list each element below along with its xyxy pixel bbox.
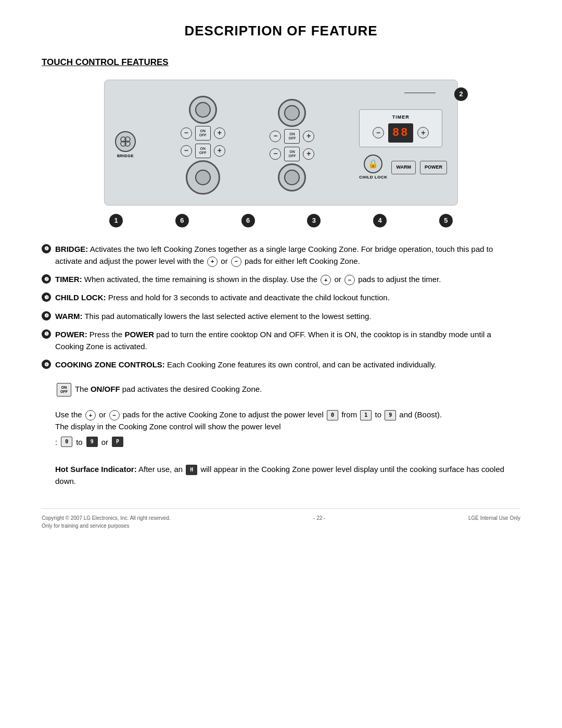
on-label: ON xyxy=(200,129,206,133)
callout-6b: 6 xyxy=(241,214,255,227)
left-bottom-burner-ring xyxy=(186,160,220,195)
desc-bridge-text: BRIDGE: Activates the two left Cooking Z… xyxy=(55,243,520,267)
on-off-inline-icon: ONOFF xyxy=(57,383,71,397)
left-bottom-plus[interactable]: + xyxy=(214,145,225,157)
bullet-2: ❷ xyxy=(42,274,51,284)
bullet-3: ❸ xyxy=(42,292,51,302)
right-bottom-plus[interactable]: + xyxy=(303,148,314,160)
off-label-4: OFF xyxy=(288,154,296,158)
desc-power: ❺ POWER: Press the POWER pad to turn the… xyxy=(42,328,520,353)
callout-1: 1 xyxy=(109,214,123,227)
desc-timer: ❷ TIMER: When activated, the time remain… xyxy=(42,273,520,285)
right-top-onoff[interactable]: ON OFF xyxy=(284,129,300,144)
minus-icon-inline-3: − xyxy=(109,410,120,420)
desc-power-text: POWER: Press the POWER pad to turn the e… xyxy=(55,328,520,353)
child-lock-label: CHILD LOCK xyxy=(359,174,387,181)
left-top-burner-inner xyxy=(195,102,211,118)
range-start-icon: 0 xyxy=(61,437,72,447)
left-bottom-onoff[interactable]: ON OFF xyxy=(195,144,211,158)
desc-cooking-zone-text: COOKING ZONE CONTROLS: Each Cooking Zone… xyxy=(55,359,520,487)
left-top-onoff[interactable]: ON OFF xyxy=(195,126,211,141)
right-top-burner-inner xyxy=(284,105,300,121)
bridge-control: BRIDGE xyxy=(115,131,136,159)
callout-3: 3 xyxy=(307,214,321,227)
right-top-control-row: − ON OFF + xyxy=(270,129,314,144)
child-lock-area: 🔒 CHILD LOCK xyxy=(359,155,387,181)
off-label-2: OFF xyxy=(199,151,207,155)
right-bottom-onoff[interactable]: ON OFF xyxy=(284,147,300,161)
left-top-zone: − ON OFF + xyxy=(181,96,225,141)
footer-copyright: Copyright © 2007 LG Electronics, Inc. Al… xyxy=(42,514,170,522)
plus-icon-inline: + xyxy=(207,257,218,267)
right-top-minus[interactable]: − xyxy=(270,131,281,142)
bullet-1: ❶ xyxy=(42,244,51,253)
bridge-icon xyxy=(115,131,136,152)
left-zone-group: − ON OFF + − ON xyxy=(181,96,225,195)
desc-timer-text: TIMER: When activated, the time remainin… xyxy=(55,273,520,285)
right-bottom-burner-inner xyxy=(284,170,300,185)
power-level-1-icon: 1 xyxy=(360,410,372,420)
left-bottom-minus[interactable]: − xyxy=(181,145,192,157)
off-label: OFF xyxy=(199,133,207,137)
right-zone-group: − ON OFF + − ON xyxy=(270,99,314,191)
bullet-5: ❺ xyxy=(42,329,51,339)
plus-icon-inline-3: + xyxy=(85,410,96,420)
timer-minus[interactable]: − xyxy=(373,127,384,138)
cooktop-diagram-area: 2 BRIDGE xyxy=(42,80,520,227)
range-end-icon: 9 xyxy=(86,437,98,447)
left-top-control-row: − ON OFF + xyxy=(181,126,225,141)
timer-plus[interactable]: + xyxy=(417,127,429,138)
left-top-plus[interactable]: + xyxy=(214,127,225,139)
timer-label: TIMER xyxy=(392,114,410,121)
boost-icon: P xyxy=(112,437,123,447)
cooktop-diagram: 2 BRIDGE xyxy=(104,80,458,206)
diagram-inner: BRIDGE − ON OFF xyxy=(115,96,447,195)
power-level-range-row: : 0 to 9 or P xyxy=(55,436,520,448)
left-bottom-zone: − ON OFF + xyxy=(181,144,225,195)
desc-warm: ❹ WARM: This pad automatically lowers th… xyxy=(42,310,520,322)
right-bottom-burner-ring xyxy=(278,163,306,191)
bullet-4: ❹ xyxy=(42,311,51,321)
callout-2: 2 xyxy=(454,87,468,101)
description-list: ❶ BRIDGE: Activates the two left Cooking… xyxy=(42,243,520,488)
left-top-burner-ring xyxy=(189,96,217,124)
right-bottom-minus[interactable]: − xyxy=(270,148,281,160)
right-controls-row: 🔒 CHILD LOCK WARM POWER xyxy=(359,155,447,181)
right-bottom-control-row: − ON OFF + xyxy=(270,147,314,161)
timer-section: TIMER − 88 + xyxy=(359,109,442,147)
callout-5: 5 xyxy=(439,214,453,227)
bridge-label: BRIDGE xyxy=(117,153,134,159)
power-btn[interactable]: POWER xyxy=(420,161,447,174)
section-title: Touch Control Features xyxy=(42,56,520,69)
power-level-9-icon: 9 xyxy=(385,410,396,420)
desc-warm-text: WARM: This pad automatically lowers the … xyxy=(55,310,520,322)
page-title: Description of Feature xyxy=(42,21,520,41)
power-level-0-icon: 0 xyxy=(327,410,338,420)
footer-page-number: - 22 - xyxy=(313,514,325,530)
on-label-2: ON xyxy=(200,147,206,151)
timer-row: − 88 + xyxy=(373,123,429,143)
callout-numbers-row: 1 6 6 3 4 5 xyxy=(104,214,458,227)
child-lock-btn[interactable]: 🔒 xyxy=(364,155,382,173)
desc-child-lock-text: CHILD LOCK: Press and hold for 3 seconds… xyxy=(55,291,520,303)
right-top-burner-ring xyxy=(278,99,306,127)
left-top-minus[interactable]: − xyxy=(181,127,192,139)
footer-left: Copyright © 2007 LG Electronics, Inc. Al… xyxy=(42,514,170,530)
hot-surface-h-icon: H xyxy=(186,465,197,475)
warm-btn[interactable]: WARM xyxy=(391,161,416,174)
timer-display: 88 xyxy=(388,123,413,143)
footer-disclaimer: Only for training and service purposes xyxy=(42,522,170,530)
bullet-6: ❻ xyxy=(42,360,51,369)
on-label-4: ON xyxy=(289,150,295,154)
desc-bridge: ❶ BRIDGE: Activates the two left Cooking… xyxy=(42,243,520,267)
right-panel: TIMER − 88 + 🔒 CHILD LOCK WARM xyxy=(359,109,447,181)
on-label-3: ON xyxy=(289,132,295,136)
plus-icon-inline-2: + xyxy=(321,275,331,285)
desc-child-lock: ❸ CHILD LOCK: Press and hold for 3 secon… xyxy=(42,291,520,303)
desc-cooking-zone: ❻ COOKING ZONE CONTROLS: Each Cooking Zo… xyxy=(42,359,520,487)
minus-icon-inline-2: − xyxy=(344,275,355,285)
right-top-plus[interactable]: + xyxy=(303,131,314,142)
left-bottom-control-row: − ON OFF + xyxy=(181,144,225,158)
footer: Copyright © 2007 LG Electronics, Inc. Al… xyxy=(42,508,520,530)
right-top-zone: − ON OFF + xyxy=(270,99,314,144)
